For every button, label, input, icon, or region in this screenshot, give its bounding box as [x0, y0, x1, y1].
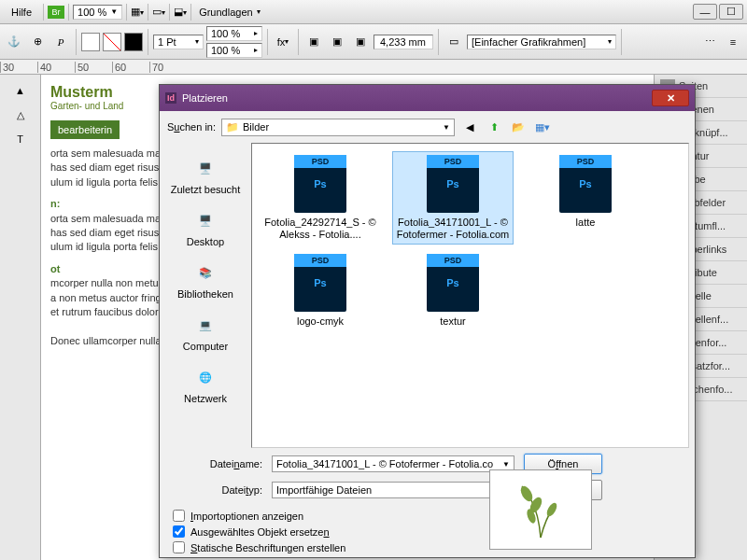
place-desktop[interactable]: 🖥️Desktop — [163, 201, 247, 253]
tools-panel: ▲ △ T — [0, 75, 41, 560]
place-recent[interactable]: 🖥️Zuletzt besucht — [163, 148, 247, 201]
place-network[interactable]: 🌐Netzwerk — [163, 357, 247, 410]
control-panel: ⚓ ⊕ P 1 Pt▾ 100 %▸ 100 %▸ fx▾ ▣ ▣ ▣ 4,23… — [0, 24, 747, 60]
folder-icon: 📁 — [226, 121, 239, 133]
file-item[interactable]: Ps Fotolia_24292714_S - © Alekss - Fotol… — [260, 151, 381, 245]
filename-label: Dateiname: — [169, 458, 262, 469]
screen-mode-icon[interactable]: ▭▾ — [152, 6, 165, 18]
plant-preview-icon — [503, 477, 578, 542]
bridge-icon[interactable]: Br — [48, 6, 64, 19]
type-tool[interactable]: T — [10, 129, 31, 149]
lookin-label: Suchen in: — [167, 121, 216, 133]
show-import-options-checkbox[interactable]: Importoptionen anzeigen — [173, 510, 682, 522]
psd-icon: Ps — [559, 155, 612, 213]
top-menubar: Hilfe Br 100 %▼ ▦▾ ▭▾ ⬓▾ Grundlagen▾ — ☐ — [0, 0, 747, 24]
psd-icon: Ps — [427, 254, 479, 312]
replace-selected-checkbox[interactable]: Ausgewähltes Objekt ersetzen — [173, 525, 682, 538]
psd-icon: Ps — [294, 155, 346, 213]
text-wrap-shape-icon[interactable]: ▣ — [350, 32, 371, 52]
view-options-icon[interactable]: ▦▾ — [131, 6, 144, 18]
stroke-swatch[interactable] — [103, 33, 121, 51]
overflow-icon[interactable]: ⋯ — [699, 32, 720, 52]
file-item[interactable]: Ps logo-cmyk — [260, 250, 381, 331]
preview-box — [489, 469, 592, 550]
filename-combo[interactable]: Fotolia_34171001_L - © Fotofermer - Foto… — [272, 455, 514, 472]
registration-icon[interactable]: ⊕ — [27, 32, 48, 52]
file-item[interactable]: Ps latte — [525, 151, 646, 245]
minimize-button[interactable]: — — [693, 4, 717, 20]
text-wrap-bbox-icon[interactable]: ▣ — [327, 32, 347, 52]
static-captions-checkbox[interactable]: Statische Beschriftungen erstellen — [173, 541, 682, 553]
svg-point-0 — [518, 484, 535, 504]
text-wrap-none-icon[interactable]: ▣ — [303, 32, 324, 52]
place-dialog: Id Platzieren ✕ Suchen in: 📁 Bilder ▼ ◀ … — [159, 84, 696, 558]
fill-swatch[interactable] — [81, 33, 100, 51]
psd-icon: Ps — [427, 155, 479, 213]
lookin-combo[interactable]: 📁 Bilder ▼ — [221, 119, 455, 136]
tint-1[interactable]: 100 %▸ — [206, 26, 262, 41]
format-container-icon[interactable] — [124, 33, 143, 51]
file-item[interactable]: Ps textur — [392, 250, 514, 331]
svg-point-3 — [545, 501, 559, 518]
workspace-switcher[interactable]: Grundlagen▾ — [195, 6, 264, 19]
panel-menu-icon[interactable]: ≡ — [723, 32, 743, 52]
selection-tool[interactable]: ▲ — [10, 80, 31, 101]
file-list[interactable]: Ps Fotolia_24292714_S - © Alekss - Fotol… — [251, 143, 689, 448]
up-icon[interactable]: ⬆ — [485, 118, 503, 136]
close-button[interactable]: ✕ — [652, 90, 689, 106]
psd-icon: Ps — [294, 254, 346, 312]
direct-selection-tool[interactable]: △ — [10, 105, 31, 125]
effects-icon[interactable]: fx▾ — [273, 32, 293, 52]
back-icon[interactable]: ◀ — [460, 118, 479, 136]
corner-size[interactable]: 4,233 mm — [374, 35, 433, 49]
arrange-icon[interactable]: ⬓▾ — [174, 6, 187, 18]
tint-2[interactable]: 100 %▸ — [206, 43, 262, 58]
places-bar: 🖥️Zuletzt besucht 🖥️Desktop 📚Bibliotheke… — [160, 143, 251, 448]
file-item[interactable]: Ps Fotolia_34171001_L - © Fotofermer - F… — [392, 151, 514, 245]
horizontal-ruler: 3040506070 — [0, 60, 747, 75]
object-style-icon: ▭ — [444, 32, 464, 52]
object-style-combo[interactable]: [Einfacher Grafikrahmen]▾ — [467, 35, 616, 49]
filetype-label: Dateityp: — [169, 484, 262, 496]
anchor-icon[interactable]: ⚓ — [4, 32, 24, 52]
stroke-weight[interactable]: 1 Pt▾ — [153, 35, 204, 49]
place-computer[interactable]: 💻Computer — [163, 305, 247, 357]
view-menu-icon[interactable]: ▦▾ — [533, 118, 552, 136]
doc-green-bar: bearbeiterin — [50, 120, 120, 139]
indesign-icon: Id — [165, 92, 176, 104]
dialog-titlebar[interactable]: Id Platzieren ✕ — [160, 85, 695, 111]
help-menu[interactable]: Hilfe — [4, 5, 39, 20]
newfolder-icon[interactable]: 📂 — [509, 118, 528, 136]
maximize-button[interactable]: ☐ — [719, 4, 743, 20]
dialog-title: Platzieren — [182, 92, 228, 104]
text-frame-icon[interactable]: P — [50, 32, 71, 52]
filetype-combo[interactable]: Importfähige Dateien▼ — [272, 482, 514, 498]
zoom-level[interactable]: 100 %▼ — [73, 5, 122, 20]
place-libraries[interactable]: 📚Bibliotheken — [163, 253, 247, 305]
